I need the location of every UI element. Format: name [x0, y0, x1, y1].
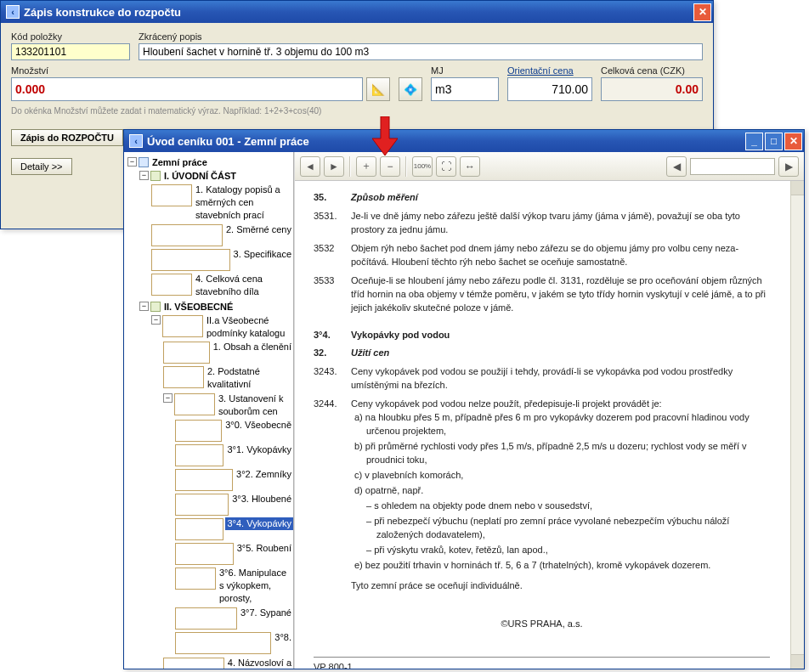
doc-heading: Způsob měření — [351, 191, 770, 205]
doc-icon — [151, 224, 223, 246]
scrollbar[interactable] — [790, 181, 804, 669]
document-area[interactable]: 35.Způsob měření 3531.Je-li ve dně jámy … — [295, 181, 804, 669]
doc-list-item: b) při průměrné rychlosti vody přes 1,5 … — [351, 440, 770, 467]
doc-icon — [175, 518, 223, 540]
tree-item[interactable]: 3°6. Manipulace s výkopkem, porosty, — [218, 567, 293, 605]
search-next-button[interactable]: ▶ — [778, 156, 799, 177]
pricelist-intro-window: ‹ Úvod ceníku 001 - Zemní práce _ □ ✕ −Z… — [123, 129, 805, 669]
doc-para-num: 3243. — [314, 365, 351, 392]
doc-list-subitem: – při nebezpečí výbuchu (neplatí pro zem… — [351, 515, 770, 542]
doc-icon — [163, 366, 204, 388]
popis-input[interactable] — [139, 43, 703, 60]
tree-item-selected[interactable]: 3°4. Vykopávky — [225, 517, 293, 530]
doc-para-num: 3244. — [314, 398, 351, 573]
doc-list-subitem: – s ohledem na objekty pode dnem nebo v … — [351, 500, 770, 513]
maximize-button[interactable]: □ — [765, 133, 783, 150]
zapis-button[interactable]: Zápis do ROZPOČTU — [11, 129, 123, 146]
section-icon — [150, 302, 161, 312]
doc-icon — [162, 315, 203, 337]
app-icon: ‹ — [129, 134, 143, 148]
zoom-pct-button[interactable]: 100% — [412, 156, 433, 177]
doc-para: Ceny vykopávek pod vodou se použijí i te… — [351, 365, 770, 392]
tree-root[interactable]: Zemní práce — [150, 156, 209, 169]
doc-para: Tyto zemní práce se oceňují individuálně… — [351, 579, 770, 593]
celk-output — [601, 77, 703, 101]
tree-item[interactable]: 1. Katalogy popisů a směrných cen staveb… — [194, 184, 293, 222]
kod-input[interactable] — [11, 43, 130, 60]
lookup-icon-button[interactable]: 💠 — [399, 77, 422, 101]
doc-para: Objem rýh nebo šachet pod dnem jámy nebo… — [351, 242, 770, 269]
doc-icon — [175, 469, 233, 491]
win1-titlebar[interactable]: ‹ Zápis konstrukce do rozpočtu ✕ — [1, 1, 713, 23]
detaily-button[interactable]: Detaily >> — [11, 158, 72, 175]
tree-item[interactable]: 3. Ustanovení k souborům cen — [217, 392, 293, 418]
tree-item[interactable]: 3°0. Všeobecně — [223, 419, 293, 432]
win2-title: Úvod ceníku 001 - Zemní práce — [147, 135, 309, 148]
search-input[interactable] — [690, 158, 775, 175]
section-icon — [150, 171, 161, 181]
minimize-button[interactable]: _ — [745, 133, 763, 150]
tree-item[interactable]: 3°3. Hloubené — [230, 493, 293, 505]
nav-forward-button[interactable]: ► — [324, 156, 344, 177]
tree-item[interactable]: 3°1. Vykopávky — [225, 443, 293, 456]
fit-width-button[interactable]: ↔ — [460, 156, 480, 177]
tree-item[interactable]: 3. Specifikace — [232, 248, 293, 261]
tree-item[interactable]: 3°2. Zemníky — [235, 468, 293, 481]
doc-copyright: ©URS PRAHA, a.s. — [314, 618, 770, 631]
tree-item[interactable]: 2. Podstatné kvalitativní — [206, 365, 293, 391]
label-orient[interactable]: Orientační cena — [507, 65, 592, 76]
doc-icon — [175, 494, 229, 516]
doc-icon — [174, 393, 215, 415]
tree-item[interactable]: 3°7. Sypané — [239, 607, 293, 619]
app-icon: ‹ — [6, 5, 20, 19]
doc-list-item: e) bez použití trhavin v horninách tř. 5… — [351, 559, 770, 573]
doc-para-num: 3532 — [314, 242, 351, 269]
collapse-icon[interactable]: − — [127, 157, 137, 167]
orient-input[interactable] — [507, 77, 592, 101]
doc-icon — [163, 342, 210, 364]
doc-icon — [175, 632, 271, 654]
hint-text: Do okénka Množství můžete zadat i matema… — [11, 106, 703, 116]
doc-icon — [175, 543, 234, 565]
win1-title: Zápis konstrukce do rozpočtu — [24, 6, 181, 19]
mj-input[interactable] — [431, 77, 499, 101]
doc-viewer: ◄ ► ＋ − 100% ⛶ ↔ ◀ ▶ 35.Způsob měření 35… — [294, 152, 804, 669]
win1-close-button[interactable]: ✕ — [693, 3, 711, 21]
tree-item[interactable]: 2. Směrné ceny — [224, 223, 293, 236]
collapse-icon[interactable]: − — [163, 393, 173, 403]
tree-pane[interactable]: −Zemní práce −I. ÚVODNÍ ČÁST 1. Katalogy… — [124, 152, 294, 669]
win2-titlebar[interactable]: ‹ Úvod ceníku 001 - Zemní práce _ □ ✕ — [124, 130, 804, 152]
nav-back-button[interactable]: ◄ — [300, 156, 320, 177]
fit-page-button[interactable]: ⛶ — [436, 156, 456, 177]
doc-para: Ceny vykopávek pod vodou nelze použít, p… — [351, 398, 770, 411]
doc-icon — [163, 658, 224, 669]
win2-close-button[interactable]: ✕ — [784, 133, 802, 150]
tree-item[interactable]: 4. Názvosloví a — [226, 657, 293, 669]
doc-icon — [175, 607, 237, 630]
label-mnozstvi: Množství — [11, 65, 390, 76]
tree-s2[interactable]: II. VŠEOBECNÉ — [162, 301, 235, 313]
zoom-out-button[interactable]: − — [380, 156, 400, 177]
mnozstvi-input[interactable] — [11, 77, 363, 101]
collapse-icon[interactable]: − — [139, 171, 149, 180]
doc-para-num: 3531. — [314, 210, 351, 237]
tree-item[interactable]: 3°8. — [273, 631, 293, 644]
tree-item[interactable]: 1. Obsah a členění — [212, 341, 293, 353]
doc-heading-num: 3°4. — [314, 329, 351, 342]
collapse-icon[interactable]: − — [151, 315, 161, 325]
zoom-in-button[interactable]: ＋ — [356, 156, 376, 177]
search-prev-button[interactable]: ◀ — [666, 156, 687, 177]
doc-heading: Užití cen — [351, 347, 770, 360]
doc-heading-num: 35. — [314, 191, 351, 205]
doc-icon — [151, 274, 192, 296]
viewer-toolbar: ◄ ► ＋ − 100% ⛶ ↔ ◀ ▶ — [295, 152, 804, 181]
calc-icon-button[interactable]: 📐 — [366, 77, 390, 101]
doc-list-item: a) na hloubku přes 5 m, případně přes 6 … — [351, 411, 770, 438]
tree-item[interactable]: 3°5. Roubení — [235, 542, 293, 555]
collapse-icon[interactable]: − — [139, 302, 149, 311]
tree-item[interactable]: II.a Všeobecné podmínky katalogu — [205, 314, 293, 340]
tree-s1[interactable]: I. ÚVODNÍ ČÁST — [162, 170, 238, 183]
tree-item[interactable]: 4. Celková cena stavebního díla — [194, 273, 293, 298]
doc-icon — [151, 249, 230, 271]
doc-list-item: c) v plavebních komorách, — [351, 469, 770, 483]
